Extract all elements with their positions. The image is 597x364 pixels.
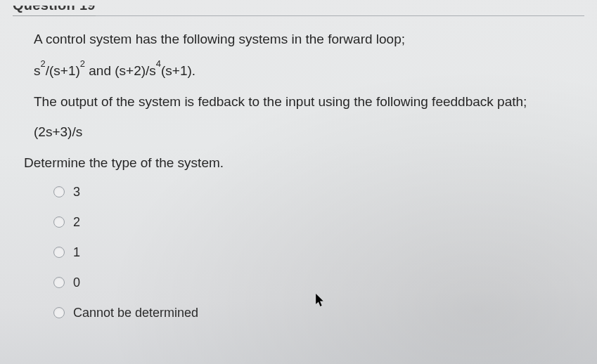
expr-part: (s+1). xyxy=(161,63,195,78)
option-label: 0 xyxy=(73,275,80,290)
option-label: 1 xyxy=(73,245,80,260)
radio-icon[interactable] xyxy=(53,247,65,258)
question-line-4: (2s+3)/s xyxy=(34,123,584,141)
expr-sup: 4 xyxy=(156,58,161,69)
expr-sup: 2 xyxy=(41,58,46,69)
question-header: Question 19 xyxy=(13,0,96,16)
question-line-3: The output of the system is fedback to t… xyxy=(34,93,584,111)
option-2[interactable]: 2 xyxy=(53,215,584,230)
option-0[interactable]: 0 xyxy=(53,275,584,290)
radio-icon[interactable] xyxy=(53,186,65,197)
option-3[interactable]: 3 xyxy=(53,185,584,200)
option-cannot-determine[interactable]: Cannot be determined xyxy=(53,306,584,320)
option-label: 3 xyxy=(73,185,80,200)
option-label: Cannot be determined xyxy=(73,306,198,320)
question-body: A control system has the following syste… xyxy=(13,30,584,320)
expr-part: s xyxy=(34,63,41,78)
question-expression: s2/(s+1)2 and (s+2)/s4(s+1). xyxy=(34,61,584,80)
expr-part: and (s+2)/s xyxy=(85,63,156,78)
option-1[interactable]: 1 xyxy=(53,245,584,260)
option-label: 2 xyxy=(73,215,80,230)
expr-part: /(s+1) xyxy=(46,63,80,78)
divider xyxy=(13,15,584,16)
radio-icon[interactable] xyxy=(53,277,65,288)
radio-icon[interactable] xyxy=(53,216,65,228)
options-group: 3 2 1 0 Cannot be determined xyxy=(34,185,584,320)
question-line-1: A control system has the following syste… xyxy=(34,30,584,48)
radio-icon[interactable] xyxy=(53,307,65,318)
expr-sup: 2 xyxy=(80,58,85,69)
question-line-5: Determine the type of the system. xyxy=(24,154,584,172)
